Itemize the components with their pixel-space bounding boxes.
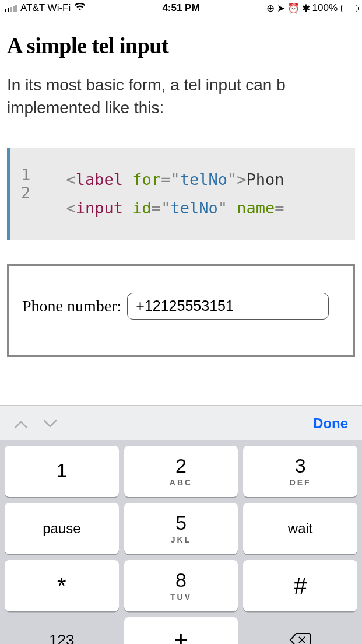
page-content: A simple tel input In its most basic for…: [0, 16, 362, 357]
battery-pct: 100%: [312, 2, 338, 14]
carrier-label: AT&T Wi-Fi: [20, 2, 71, 14]
code-line-1: <label for="telNo">Phon: [66, 170, 284, 188]
status-bar: AT&T Wi-Fi 4:51 PM ⊕ ➤ ⏰ ✱ 100%: [0, 0, 362, 16]
code-line-2: <input id="telNo" name=: [66, 199, 284, 217]
key-mode-123[interactable]: 123: [5, 617, 119, 644]
example-box: Phone number:: [7, 264, 355, 357]
code-block: 1 2 <label for="telNo">Phon <input id="t…: [7, 148, 355, 240]
telephone-keyboard: 1 2ABC 3DEF pause 5JKL wait * 8TUV # 123…: [0, 440, 362, 644]
key-3[interactable]: 3DEF: [243, 446, 357, 497]
key-hash[interactable]: #: [243, 560, 357, 611]
next-field-button[interactable]: [43, 414, 57, 433]
alarm-icon: ⏰: [287, 2, 300, 15]
page-title: A simple tel input: [7, 33, 355, 58]
wifi-icon: [74, 2, 86, 14]
lead-paragraph: In its most basic form, a tel input can …: [7, 74, 355, 119]
status-right: ⊕ ➤ ⏰ ✱ 100%: [266, 2, 357, 15]
code-lines: <label for="telNo">Phon <input id="telNo…: [51, 166, 284, 222]
status-left: AT&T Wi-Fi: [5, 2, 86, 14]
code-gutter: 1 2: [21, 166, 41, 202]
key-wait[interactable]: wait: [243, 503, 357, 554]
phone-number-input[interactable]: [127, 293, 329, 320]
lead-line-2: implemented like this:: [7, 99, 164, 117]
key-1[interactable]: 1: [5, 446, 119, 497]
bluetooth-icon: ✱: [302, 2, 310, 15]
key-8[interactable]: 8TUV: [124, 560, 238, 611]
status-time: 4:51 PM: [162, 2, 199, 14]
phone-number-label: Phone number:: [22, 297, 121, 316]
lead-line-1: In its most basic form, a tel input can …: [7, 76, 286, 94]
keyboard-done-button[interactable]: Done: [313, 415, 348, 432]
key-star[interactable]: *: [5, 560, 119, 611]
orientation-lock-icon: ⊕: [266, 2, 275, 15]
prev-field-button[interactable]: [14, 414, 28, 433]
key-pause[interactable]: pause: [5, 503, 119, 554]
key-2[interactable]: 2ABC: [124, 446, 238, 497]
signal-icon: [5, 5, 17, 12]
battery-icon: [341, 5, 357, 12]
key-backspace[interactable]: [243, 617, 357, 644]
key-5[interactable]: 5JKL: [124, 503, 238, 554]
backspace-icon: [289, 632, 311, 644]
key-plus[interactable]: +: [124, 617, 238, 644]
location-icon: ➤: [277, 2, 285, 15]
keyboard-accessory-bar: Done: [0, 405, 362, 440]
